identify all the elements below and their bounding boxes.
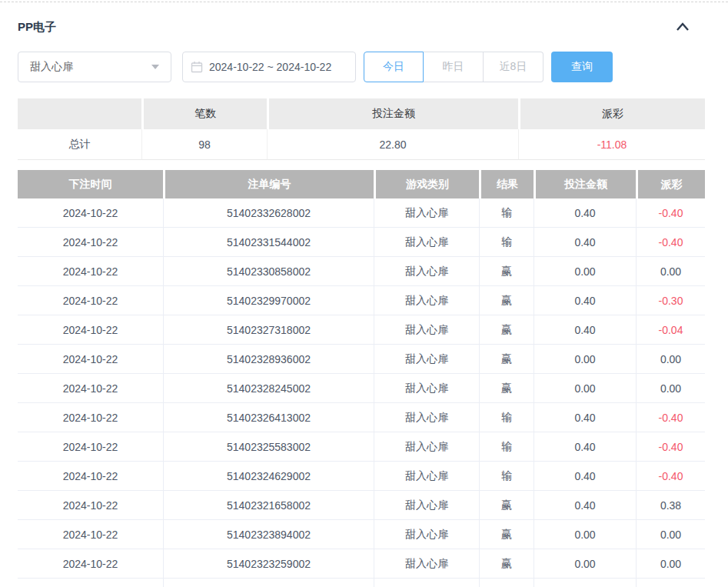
cell-bet: 0.00 bbox=[534, 345, 636, 374]
cell-result: 输 bbox=[479, 228, 534, 257]
cell-payout: -0.40 bbox=[636, 462, 705, 491]
cell-result: 输 bbox=[479, 198, 534, 228]
table-row: 2024-10-2251402330858002甜入心扉赢0.000.00 bbox=[18, 257, 705, 286]
cell-payout: 0.38 bbox=[636, 491, 705, 520]
table-row: 2024-10-22甜入心扉赢 bbox=[18, 579, 705, 587]
cell-game: 甜入心扉 bbox=[374, 491, 479, 520]
game-select[interactable]: 甜入心扉 bbox=[18, 52, 171, 82]
cell-order: 51402330858002 bbox=[163, 257, 374, 286]
cell-game: 甜入心扉 bbox=[374, 198, 479, 228]
cell-game: 甜入心扉 bbox=[374, 520, 479, 549]
cell-date: 2024-10-22 bbox=[18, 579, 163, 587]
cell-result: 赢 bbox=[479, 315, 534, 345]
cell-payout: -0.40 bbox=[636, 228, 705, 257]
cell-bet: 0.00 bbox=[534, 520, 636, 549]
cell-order: 51402327318002 bbox=[163, 315, 374, 345]
date-range-value: 2024-10-22 ~ 2024-10-22 bbox=[209, 61, 331, 73]
cell-date: 2024-10-22 bbox=[18, 315, 163, 345]
summary-header-cell: 派彩 bbox=[518, 98, 705, 129]
cell-order: 51402329970002 bbox=[163, 286, 374, 315]
quick-range-group: 今日 昨日 近8日 bbox=[364, 52, 544, 82]
cell-payout: 0.00 bbox=[636, 374, 705, 403]
summary-payout: -11.08 bbox=[518, 129, 705, 160]
cell-date: 2024-10-22 bbox=[18, 345, 163, 374]
cell-order bbox=[163, 579, 374, 587]
cell-game: 甜入心扉 bbox=[374, 228, 479, 257]
cell-bet: 0.00 bbox=[534, 374, 636, 403]
quick-range-today[interactable]: 今日 bbox=[364, 52, 424, 82]
cell-game: 甜入心扉 bbox=[374, 462, 479, 491]
cell-order: 51402323259002 bbox=[163, 549, 374, 579]
cell-bet: 0.40 bbox=[534, 315, 636, 345]
cell-payout bbox=[636, 579, 705, 587]
table-row: 2024-10-2251402327318002甜入心扉赢0.40-0.04 bbox=[18, 315, 705, 345]
quick-range-8days[interactable]: 近8日 bbox=[484, 52, 544, 82]
bets-header-cell: 结果 bbox=[479, 170, 534, 198]
table-row: 2024-10-2251402321658002甜入心扉赢0.400.38 bbox=[18, 491, 705, 520]
cell-date: 2024-10-22 bbox=[18, 286, 163, 315]
cell-game: 甜入心扉 bbox=[374, 374, 479, 403]
quick-range-yesterday[interactable]: 昨日 bbox=[424, 52, 484, 82]
cell-date: 2024-10-22 bbox=[18, 198, 163, 228]
cell-bet: 0.40 bbox=[534, 462, 636, 491]
table-row: 2024-10-2251402331544002甜入心扉输0.40-0.40 bbox=[18, 228, 705, 257]
cell-game: 甜入心扉 bbox=[374, 315, 479, 345]
cell-bet: 0.40 bbox=[534, 228, 636, 257]
cell-payout: -0.40 bbox=[636, 403, 705, 432]
chevron-down-icon bbox=[151, 65, 159, 69]
cell-bet: 0.40 bbox=[534, 403, 636, 432]
cell-result: 输 bbox=[479, 432, 534, 462]
calendar-icon bbox=[191, 61, 203, 73]
cell-order: 51402326413002 bbox=[163, 403, 374, 432]
cell-order: 51402331544002 bbox=[163, 228, 374, 257]
table-row: 2024-10-2251402326413002甜入心扉输0.40-0.40 bbox=[18, 403, 705, 432]
query-button[interactable]: 查询 bbox=[551, 52, 613, 82]
cell-result: 赢 bbox=[479, 520, 534, 549]
cell-order: 51402328245002 bbox=[163, 374, 374, 403]
table-row: 2024-10-2251402328936002甜入心扉赢0.000.00 bbox=[18, 345, 705, 374]
summary-header-cell: 笔数 bbox=[141, 98, 267, 129]
bets-header-cell: 投注金额 bbox=[534, 170, 636, 198]
table-row: 2024-10-2251402325583002甜入心扉输0.40-0.40 bbox=[18, 432, 705, 462]
table-row: 2024-10-2251402323894002甜入心扉赢0.000.00 bbox=[18, 520, 705, 549]
cell-payout: -0.30 bbox=[636, 286, 705, 315]
cell-order: 51402323894002 bbox=[163, 520, 374, 549]
bets-table: 下注时间注单编号游戏类别结果投注金额派彩 2024-10-22514023326… bbox=[18, 170, 705, 587]
cell-game: 甜入心扉 bbox=[374, 286, 479, 315]
cell-date: 2024-10-22 bbox=[18, 549, 163, 579]
cell-date: 2024-10-22 bbox=[18, 432, 163, 462]
bets-header-cell: 派彩 bbox=[636, 170, 705, 198]
summary-total-row: 总计 98 22.80 -11.08 bbox=[18, 129, 705, 160]
table-row: 2024-10-2251402324629002甜入心扉输0.40-0.40 bbox=[18, 462, 705, 491]
cell-game: 甜入心扉 bbox=[374, 549, 479, 579]
cell-game: 甜入心扉 bbox=[374, 432, 479, 462]
cell-result: 输 bbox=[479, 403, 534, 432]
cell-result: 赢 bbox=[479, 257, 534, 286]
cell-date: 2024-10-22 bbox=[18, 462, 163, 491]
cell-result: 赢 bbox=[479, 491, 534, 520]
cell-order: 51402324629002 bbox=[163, 462, 374, 491]
panel-header: PP电子 bbox=[18, 19, 705, 35]
cell-date: 2024-10-22 bbox=[18, 520, 163, 549]
date-range-input[interactable]: 2024-10-22 ~ 2024-10-22 bbox=[182, 52, 356, 82]
page-title: PP电子 bbox=[18, 20, 56, 35]
cell-order: 51402328936002 bbox=[163, 345, 374, 374]
table-row: 2024-10-2251402323259002甜入心扉赢0.000.00 bbox=[18, 549, 705, 579]
cell-payout: -0.04 bbox=[636, 315, 705, 345]
top-dashed-separator bbox=[0, 2, 728, 2]
cell-order: 51402325583002 bbox=[163, 432, 374, 462]
table-row: 2024-10-2251402332628002甜入心扉输0.40-0.40 bbox=[18, 198, 705, 228]
bets-header-cell: 注单编号 bbox=[163, 170, 374, 198]
summary-label: 总计 bbox=[18, 129, 141, 160]
cell-payout: 0.00 bbox=[636, 257, 705, 286]
cell-bet: 0.40 bbox=[534, 432, 636, 462]
cell-order: 51402332628002 bbox=[163, 198, 374, 228]
cell-result: 输 bbox=[479, 462, 534, 491]
cell-game: 甜入心扉 bbox=[374, 403, 479, 432]
bets-table-body: 2024-10-2251402332628002甜入心扉输0.40-0.4020… bbox=[18, 198, 705, 587]
bets-header-cell: 游戏类别 bbox=[374, 170, 479, 198]
cell-bet bbox=[534, 579, 636, 587]
summary-header-row: 笔数投注金额派彩 bbox=[18, 98, 705, 129]
cell-game: 甜入心扉 bbox=[374, 579, 479, 587]
collapse-button[interactable] bbox=[673, 19, 693, 35]
